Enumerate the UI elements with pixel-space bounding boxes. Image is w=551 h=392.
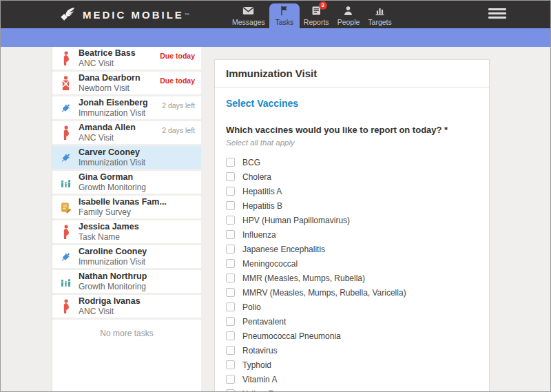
syringe-icon: [59, 249, 72, 265]
checkbox[interactable]: [226, 216, 235, 225]
report-icon: 3: [311, 5, 322, 17]
vaccine-option[interactable]: Polio: [226, 300, 478, 314]
vaccine-label: Japanese Encephalitis: [242, 245, 325, 254]
pregnant-woman-icon: [59, 51, 72, 66]
task-list: Beatrice BassANC VisitDue todayDana Dear…: [52, 47, 201, 392]
checkbox[interactable]: [226, 158, 235, 167]
vaccine-option[interactable]: HPV (Human Papillomavirus): [226, 213, 478, 227]
task-contact-name: Nathan Northrup: [79, 271, 147, 282]
vaccine-label: MMRV (Measles, Mumps, Rubella, Varicella…: [242, 288, 406, 298]
tab-messages[interactable]: Messages: [228, 1, 269, 28]
task-list-item[interactable]: Isabelle Ivanas Fam...Family Survey: [52, 196, 201, 220]
checkbox[interactable]: [226, 360, 235, 369]
tab-targets[interactable]: Targets: [364, 1, 395, 28]
vaccine-label: Rotavirus: [242, 346, 278, 355]
task-contact-name: Jessica James: [79, 221, 139, 232]
vaccine-option[interactable]: Yellow Fever: [226, 386, 478, 392]
checkbox[interactable]: [226, 274, 235, 282]
mother-baby-icon: [59, 76, 72, 91]
tab-tasks[interactable]: Tasks: [269, 3, 300, 28]
vaccine-checkbox-list: BCGCholeraHepatitis AHepatitis BHPV (Hum…: [226, 155, 478, 392]
vaccine-option[interactable]: Influenza: [226, 227, 478, 242]
vaccine-option[interactable]: Hepatitis A: [226, 184, 478, 198]
vaccine-option[interactable]: Cholera: [226, 169, 478, 184]
task-list-item[interactable]: Dana DearbornNewborn VisitDue today: [52, 72, 201, 96]
vaccine-option[interactable]: Pneumococcal Pneumonia: [226, 329, 478, 343]
task-contact-name: Beatrice Bass: [79, 48, 136, 59]
checkbox[interactable]: [226, 331, 235, 340]
app-window: MEDIC MOBILE ™ MessagesTasks3ReportsPeop…: [0, 0, 551, 392]
tab-label: Tasks: [275, 18, 293, 26]
hamburger-menu-icon[interactable]: [488, 8, 506, 21]
checkbox[interactable]: [226, 201, 235, 210]
task-type-label: Task Name: [79, 232, 139, 243]
vaccine-option[interactable]: BCG: [226, 155, 478, 169]
vaccine-label: Meningococcal: [242, 259, 298, 269]
vaccine-option[interactable]: Vitamin A: [226, 372, 478, 386]
vaccine-option[interactable]: Hepatitis B: [226, 198, 478, 213]
checkbox[interactable]: [226, 230, 235, 239]
vaccine-option[interactable]: MMR (Measles, Mumps, Rubella): [226, 271, 478, 285]
checkbox[interactable]: [226, 245, 235, 254]
task-due-label: Due today: [160, 76, 195, 85]
syringe-icon: [59, 150, 72, 165]
task-list-item[interactable]: Jessica JamesTask Name: [52, 220, 201, 245]
vaccine-option[interactable]: Japanese Encephalitis: [226, 242, 478, 256]
vaccine-label: Vitamin A: [242, 375, 277, 384]
vaccine-label: BCG: [242, 158, 260, 167]
vaccine-label: MMR (Measles, Mumps, Rubella): [242, 274, 365, 283]
form-hint: Select all that apply: [226, 138, 478, 147]
tab-people[interactable]: People: [333, 1, 364, 28]
task-list-item[interactable]: Rodriga IvanasANC Visit: [52, 295, 201, 320]
checkbox[interactable]: [226, 172, 235, 181]
tab-label: Targets: [368, 18, 391, 26]
tab-label: People: [337, 18, 360, 26]
vaccine-label: Yellow Fever: [242, 389, 289, 392]
task-contact-name: Carver Cooney: [79, 147, 145, 158]
task-detail-card: Immunization Visit Select Vaccines Which…: [214, 59, 490, 392]
checkbox[interactable]: [226, 317, 235, 326]
task-list-item[interactable]: Beatrice BassANC VisitDue today: [52, 47, 201, 72]
card-header: Immunization Visit: [215, 60, 489, 87]
task-contact-name: Jonah Eisenberg: [79, 97, 148, 108]
form-question: Which vaccines would you like to report …: [226, 125, 478, 135]
task-list-item[interactable]: Jonah EisenbergImmunization Visit2 days …: [52, 96, 201, 121]
task-contact-name: Gina Gorman: [79, 172, 146, 183]
family-icon: [59, 175, 72, 190]
task-type-label: Immunization Visit: [79, 108, 148, 119]
tab-reports[interactable]: 3Reports: [300, 1, 333, 28]
task-due-label: 2 days left: [162, 126, 195, 134]
task-list-item[interactable]: Carver CooneyImmunization Visit: [52, 146, 201, 171]
checkbox[interactable]: [226, 302, 235, 311]
subheader-bar: [1, 28, 550, 47]
logo-trademark: ™: [185, 12, 189, 17]
task-type-label: Growth Monitoring: [79, 183, 146, 194]
checkbox[interactable]: [226, 187, 235, 196]
checkbox[interactable]: [226, 375, 235, 384]
vaccine-option[interactable]: Typhoid: [226, 358, 478, 372]
checkbox[interactable]: [226, 346, 235, 355]
task-list-item[interactable]: Caroline CooneyImmunization Visit: [52, 245, 201, 270]
task-list-item[interactable]: Nathan NorthrupGrowth Monitoring: [52, 270, 201, 295]
vaccine-label: Hepatitis B: [242, 201, 282, 211]
checkbox[interactable]: [226, 259, 235, 268]
checkbox[interactable]: [226, 288, 235, 297]
page-title: Immunization Visit: [226, 68, 478, 79]
task-list-item[interactable]: Amanda AllenANC Visit2 days left: [52, 121, 201, 146]
vaccine-option[interactable]: MMRV (Measles, Mumps, Rubella, Varicella…: [226, 285, 478, 300]
checkbox[interactable]: [226, 389, 235, 392]
vaccine-option[interactable]: Pentavalent: [226, 314, 478, 329]
logo: MEDIC MOBILE ™: [59, 1, 189, 28]
vaccine-option[interactable]: Meningococcal: [226, 256, 478, 271]
task-type-label: ANC Visit: [79, 133, 136, 144]
survey-icon: [59, 200, 72, 215]
family-icon: [59, 274, 72, 289]
vaccine-option[interactable]: Rotavirus: [226, 343, 478, 358]
vaccine-label: Pentavalent: [242, 317, 286, 327]
syringe-icon: [59, 101, 72, 116]
logo-text: MEDIC MOBILE: [83, 9, 184, 21]
task-list-item[interactable]: Gina GormanGrowth Monitoring: [52, 171, 201, 196]
card-body: Select Vaccines Which vaccines would you…: [215, 87, 489, 392]
primary-nav: MessagesTasks3ReportsPeopleTargets: [228, 1, 396, 28]
medic-mobile-logo-icon: [59, 6, 76, 23]
